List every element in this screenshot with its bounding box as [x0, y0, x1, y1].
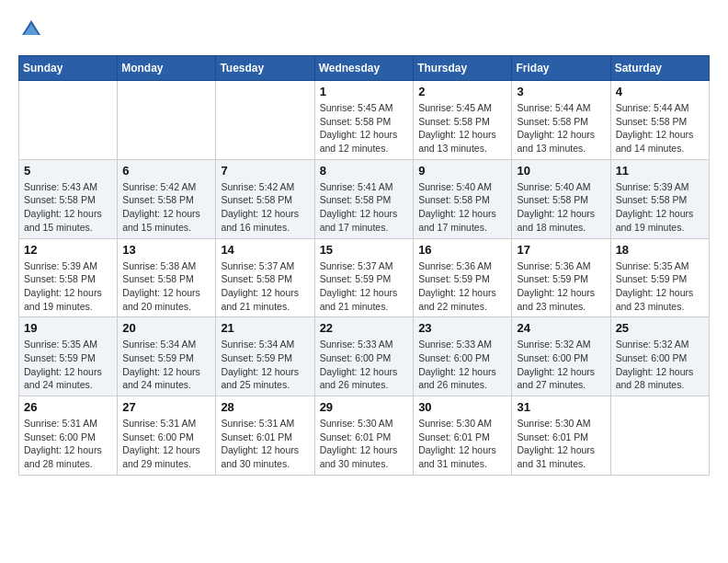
day-info: Sunrise: 5:45 AM Sunset: 5:58 PM Dayligh…: [320, 101, 409, 155]
calendar-cell: 7Sunrise: 5:42 AM Sunset: 5:58 PM Daylig…: [216, 159, 314, 238]
day-info: Sunrise: 5:33 AM Sunset: 6:00 PM Dayligh…: [320, 338, 409, 392]
day-info: Sunrise: 5:36 AM Sunset: 5:59 PM Dayligh…: [517, 259, 605, 314]
day-number: 21: [221, 321, 309, 335]
calendar-cell: 16Sunrise: 5:36 AM Sunset: 5:59 PM Dayli…: [414, 238, 512, 317]
day-number: 3: [517, 85, 605, 98]
calendar-header-row: SundayMondayTuesdayWednesdayThursdayFrid…: [19, 56, 710, 81]
calendar-cell: 31Sunrise: 5:30 AM Sunset: 6:01 PM Dayli…: [512, 396, 610, 476]
day-info: Sunrise: 5:34 AM Sunset: 5:59 PM Dayligh…: [122, 338, 210, 392]
calendar-cell: 18Sunrise: 5:35 AM Sunset: 5:59 PM Dayli…: [610, 238, 709, 317]
calendar-cell: 24Sunrise: 5:32 AM Sunset: 6:00 PM Dayli…: [512, 317, 610, 396]
calendar-cell: [216, 81, 314, 160]
day-info: Sunrise: 5:30 AM Sunset: 6:01 PM Dayligh…: [418, 417, 506, 471]
day-number: 28: [221, 400, 309, 414]
day-number: 14: [221, 243, 309, 257]
logo: [18, 18, 42, 40]
day-info: Sunrise: 5:39 AM Sunset: 5:58 PM Dayligh…: [24, 259, 112, 314]
day-info: Sunrise: 5:31 AM Sunset: 6:00 PM Dayligh…: [122, 417, 210, 471]
day-number: 23: [418, 321, 506, 335]
calendar-cell: 17Sunrise: 5:36 AM Sunset: 5:59 PM Dayli…: [512, 238, 610, 317]
calendar-cell: 9Sunrise: 5:40 AM Sunset: 5:58 PM Daylig…: [414, 159, 512, 238]
day-number: 19: [24, 321, 112, 335]
day-number: 17: [517, 243, 605, 257]
calendar-week-row-3: 12Sunrise: 5:39 AM Sunset: 5:58 PM Dayli…: [19, 238, 710, 317]
day-number: 27: [122, 400, 210, 414]
calendar-cell: 19Sunrise: 5:35 AM Sunset: 5:59 PM Dayli…: [19, 317, 118, 396]
calendar-cell: 6Sunrise: 5:42 AM Sunset: 5:58 PM Daylig…: [118, 159, 216, 238]
calendar-cell: 12Sunrise: 5:39 AM Sunset: 5:58 PM Dayli…: [19, 238, 118, 317]
calendar-cell: 13Sunrise: 5:38 AM Sunset: 5:58 PM Dayli…: [118, 238, 216, 317]
day-info: Sunrise: 5:40 AM Sunset: 5:58 PM Dayligh…: [418, 180, 506, 235]
day-info: Sunrise: 5:42 AM Sunset: 5:58 PM Dayligh…: [221, 180, 309, 235]
day-info: Sunrise: 5:31 AM Sunset: 6:00 PM Dayligh…: [24, 417, 112, 471]
column-header-sunday: Sunday: [19, 56, 118, 81]
day-number: 13: [122, 243, 210, 257]
day-info: Sunrise: 5:37 AM Sunset: 5:58 PM Dayligh…: [221, 259, 309, 314]
day-info: Sunrise: 5:45 AM Sunset: 5:58 PM Dayligh…: [418, 101, 506, 155]
day-info: Sunrise: 5:33 AM Sunset: 6:00 PM Dayligh…: [418, 338, 506, 392]
calendar-cell: 10Sunrise: 5:40 AM Sunset: 5:58 PM Dayli…: [512, 159, 610, 238]
day-number: 11: [616, 164, 704, 178]
day-number: 1: [320, 85, 409, 98]
calendar-cell: 30Sunrise: 5:30 AM Sunset: 6:01 PM Dayli…: [414, 396, 512, 476]
day-number: 8: [320, 164, 409, 178]
day-info: Sunrise: 5:31 AM Sunset: 6:01 PM Dayligh…: [221, 417, 309, 471]
day-info: Sunrise: 5:32 AM Sunset: 6:00 PM Dayligh…: [616, 338, 704, 392]
day-number: 29: [320, 400, 409, 414]
day-number: 20: [122, 321, 210, 335]
calendar-week-row-4: 19Sunrise: 5:35 AM Sunset: 5:59 PM Dayli…: [19, 317, 710, 396]
day-info: Sunrise: 5:40 AM Sunset: 5:58 PM Dayligh…: [517, 180, 605, 235]
day-number: 5: [24, 164, 112, 178]
day-number: 9: [418, 164, 506, 178]
day-info: Sunrise: 5:34 AM Sunset: 5:59 PM Dayligh…: [221, 338, 309, 392]
day-info: Sunrise: 5:38 AM Sunset: 5:58 PM Dayligh…: [122, 259, 210, 314]
day-info: Sunrise: 5:30 AM Sunset: 6:01 PM Dayligh…: [517, 417, 605, 471]
calendar-cell: 8Sunrise: 5:41 AM Sunset: 5:58 PM Daylig…: [314, 159, 414, 238]
day-number: 31: [517, 400, 605, 414]
day-number: 6: [122, 164, 210, 178]
calendar-week-row-1: 1Sunrise: 5:45 AM Sunset: 5:58 PM Daylig…: [19, 81, 710, 160]
calendar-cell: 14Sunrise: 5:37 AM Sunset: 5:58 PM Dayli…: [216, 238, 314, 317]
day-info: Sunrise: 5:32 AM Sunset: 6:00 PM Dayligh…: [517, 338, 605, 392]
calendar-table: SundayMondayTuesdayWednesdayThursdayFrid…: [18, 55, 710, 476]
column-header-friday: Friday: [512, 56, 610, 81]
logo-icon: [20, 18, 42, 40]
day-number: 2: [418, 85, 506, 98]
column-header-wednesday: Wednesday: [314, 56, 414, 81]
day-number: 26: [24, 400, 112, 414]
day-info: Sunrise: 5:36 AM Sunset: 5:59 PM Dayligh…: [418, 259, 506, 314]
calendar-cell: 20Sunrise: 5:34 AM Sunset: 5:59 PM Dayli…: [118, 317, 216, 396]
day-number: 12: [24, 243, 112, 257]
calendar-cell: [610, 396, 709, 476]
calendar-cell: 21Sunrise: 5:34 AM Sunset: 5:59 PM Dayli…: [216, 317, 314, 396]
day-number: 10: [517, 164, 605, 178]
calendar-cell: 22Sunrise: 5:33 AM Sunset: 6:00 PM Dayli…: [314, 317, 414, 396]
calendar-cell: 2Sunrise: 5:45 AM Sunset: 5:58 PM Daylig…: [414, 81, 512, 160]
day-info: Sunrise: 5:44 AM Sunset: 5:58 PM Dayligh…: [616, 101, 704, 155]
day-info: Sunrise: 5:44 AM Sunset: 5:58 PM Dayligh…: [517, 101, 605, 155]
day-info: Sunrise: 5:30 AM Sunset: 6:01 PM Dayligh…: [320, 417, 409, 471]
calendar-cell: 28Sunrise: 5:31 AM Sunset: 6:01 PM Dayli…: [216, 396, 314, 476]
calendar-cell: [19, 81, 118, 160]
calendar-cell: [118, 81, 216, 160]
calendar-cell: 1Sunrise: 5:45 AM Sunset: 5:58 PM Daylig…: [314, 81, 414, 160]
calendar-cell: 23Sunrise: 5:33 AM Sunset: 6:00 PM Dayli…: [414, 317, 512, 396]
day-info: Sunrise: 5:41 AM Sunset: 5:58 PM Dayligh…: [320, 180, 409, 235]
calendar-cell: 15Sunrise: 5:37 AM Sunset: 5:59 PM Dayli…: [314, 238, 414, 317]
column-header-tuesday: Tuesday: [216, 56, 314, 81]
day-number: 4: [616, 85, 704, 98]
column-header-thursday: Thursday: [414, 56, 512, 81]
day-number: 25: [616, 321, 704, 335]
page-header: [18, 18, 710, 40]
day-number: 7: [221, 164, 309, 178]
calendar-cell: 5Sunrise: 5:43 AM Sunset: 5:58 PM Daylig…: [19, 159, 118, 238]
day-info: Sunrise: 5:35 AM Sunset: 5:59 PM Dayligh…: [616, 259, 704, 314]
day-number: 16: [418, 243, 506, 257]
calendar-cell: 26Sunrise: 5:31 AM Sunset: 6:00 PM Dayli…: [19, 396, 118, 476]
column-header-saturday: Saturday: [610, 56, 709, 81]
calendar-cell: 3Sunrise: 5:44 AM Sunset: 5:58 PM Daylig…: [512, 81, 610, 160]
day-info: Sunrise: 5:39 AM Sunset: 5:58 PM Dayligh…: [616, 180, 704, 235]
day-number: 22: [320, 321, 409, 335]
day-number: 30: [418, 400, 506, 414]
day-number: 15: [320, 243, 409, 257]
